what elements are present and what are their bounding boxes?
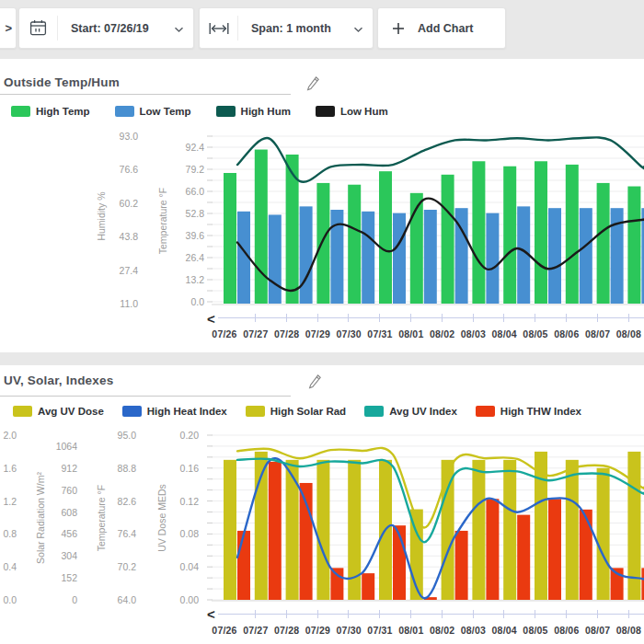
bar-low-temp: [269, 214, 282, 304]
axis-tick-label: 64.0: [96, 594, 136, 605]
axis-tick-label: 2.0: [0, 430, 17, 441]
start-date-label: Start: 07/26/19: [71, 22, 149, 35]
add-chart-button[interactable]: Add Chart: [377, 7, 506, 49]
bar-high-thw-index: [330, 568, 343, 600]
bar-low-temp: [424, 210, 437, 304]
axis-tick-label: 79.2: [164, 164, 204, 175]
bar-high-temp: [224, 173, 236, 304]
scrollbar-tick: [442, 314, 443, 322]
axis-tick-label: 456: [37, 528, 77, 539]
x-axis-date-label: 07/27: [239, 328, 272, 340]
scrollbar-tick: [628, 314, 629, 322]
axis-tick-label: 66.0: [164, 186, 204, 197]
bar-high-thw-index: [548, 499, 561, 600]
scrollbar-tick: [566, 314, 567, 322]
bar-high-temp: [255, 150, 268, 304]
scrollbar-tick: [255, 314, 256, 322]
horizontal-span-icon: [209, 22, 229, 35]
bar-high-thw-index: [269, 462, 282, 600]
chevron-down-icon: [174, 20, 184, 37]
divider: [237, 16, 238, 40]
axis-tick-label: 70.2: [96, 561, 136, 572]
x-axis-date-label: 07/26: [208, 328, 241, 340]
bar-low-temp: [486, 213, 499, 304]
axis-tick-label: 304: [37, 550, 77, 561]
axis-tick-label: 1.2: [0, 496, 17, 507]
bar-high-temp: [379, 171, 392, 304]
axis-tick-label: 0.0: [0, 594, 17, 605]
scrollbar-tick: [410, 314, 411, 322]
bar-avg-uv-dose: [503, 460, 516, 600]
bar-high-temp: [316, 183, 329, 304]
add-chart-label: Add Chart: [418, 22, 473, 35]
axis-tick-label: 76.6: [98, 164, 138, 175]
axis-tick-label: 0.20: [158, 430, 199, 441]
scrollbar-tick: [473, 314, 474, 322]
axis-tick-label: 82.6: [96, 496, 136, 507]
x-axis-date-label: 08/08: [612, 328, 644, 340]
collapse-toolbar-button[interactable]: >: [0, 7, 17, 49]
x-axis-date-label: 08/05: [519, 328, 552, 340]
scrollbar-tick: [255, 610, 256, 618]
axis-tick-label: 152: [37, 572, 77, 583]
axis-tick-label: 0.08: [158, 528, 199, 539]
axis-tick-label: 27.4: [98, 265, 138, 276]
bar-high-temp: [472, 161, 485, 304]
axis-tick-label: 608: [37, 507, 77, 518]
bar-low-temp: [393, 213, 406, 304]
x-axis-date-label: 08/07: [581, 328, 615, 340]
axis-tick-label: 92.4: [164, 142, 204, 153]
bar-avg-uv-dose: [224, 460, 236, 600]
axis-tick-label: 1.6: [0, 463, 17, 474]
bar-high-temp: [597, 183, 610, 304]
scrollbar-tick: [286, 610, 287, 618]
axis-tick-label: 52.8: [164, 208, 204, 219]
axis-tick-label: 11.0: [98, 298, 138, 309]
axis-tick-label: 39.6: [164, 230, 204, 241]
bar-avg-uv-dose: [286, 460, 299, 600]
bar-high-temp: [503, 167, 516, 304]
bar-low-temp: [300, 206, 313, 304]
axis-tick-label: 26.4: [164, 252, 204, 263]
scrollbar-tick: [535, 610, 535, 618]
scrollbar-track[interactable]: [218, 614, 644, 615]
axis-tick-label: 93.0: [98, 131, 138, 142]
axis-tick-label: 43.8: [98, 231, 138, 242]
axis-tick-label: 0.4: [0, 561, 17, 572]
x-axis-date-label: 07/28: [270, 328, 304, 340]
axis-tick-label: 0.04: [158, 561, 199, 572]
bar-high-thw-index: [580, 510, 592, 600]
axis-tick-label: 0.0: [164, 296, 204, 307]
date-start-selector[interactable]: Start: 07/26/19: [18, 7, 194, 49]
bar-low-temp: [362, 212, 374, 304]
bar-low-temp: [548, 208, 561, 304]
chevron-down-icon: [353, 20, 363, 37]
x-axis-date-label: 08/07: [581, 625, 615, 637]
scrollbar-tick: [535, 314, 535, 322]
bar-high-thw-index: [517, 515, 530, 600]
scroll-left-arrow[interactable]: <: [207, 312, 215, 327]
x-axis-date-label: 08/03: [456, 625, 489, 637]
x-axis-date-label: 07/31: [363, 328, 397, 340]
chart-panel-uv-solar-indexes: UV, Solar, Indexes Avg UV DoseHigh Heat …: [0, 365, 644, 644]
axis-tick-label: 0.8: [0, 528, 17, 539]
axis-tick-label: 0.00: [158, 594, 199, 605]
x-axis-date-label: 07/28: [270, 625, 304, 637]
span-selector[interactable]: Span: 1 month: [199, 7, 374, 49]
axis-tick-label: 912: [37, 463, 77, 474]
x-axis-date-label: 08/01: [395, 625, 428, 637]
scrollbar-tick: [597, 610, 598, 618]
scrollbar-tick: [348, 314, 349, 322]
scroll-left-arrow[interactable]: <: [207, 607, 215, 622]
x-axis-date-label: 07/27: [239, 625, 272, 637]
span-label: Span: 1 month: [251, 22, 331, 35]
x-axis-date-label: 08/02: [426, 625, 459, 637]
scrollbar-tick: [597, 314, 598, 322]
bar-high-temp: [348, 185, 361, 304]
scrollbar-tick: [442, 610, 443, 618]
bar-low-temp: [580, 208, 592, 304]
x-axis-date-label: 07/26: [208, 625, 241, 637]
x-axis-date-label: 08/08: [612, 625, 644, 637]
scrollbar-track[interactable]: [218, 317, 644, 318]
x-axis-date-label: 08/06: [550, 328, 583, 340]
